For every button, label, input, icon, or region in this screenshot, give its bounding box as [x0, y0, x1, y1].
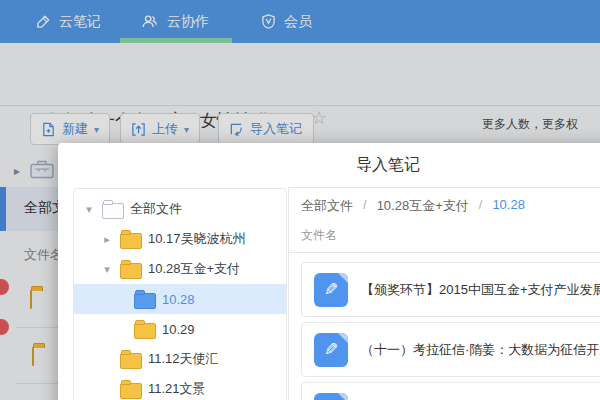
breadcrumb-item[interactable]: 10.28互金+支付 [377, 197, 469, 215]
folder-icon [134, 323, 156, 339]
tree-item-1029[interactable]: ▸ 10.29 [74, 314, 286, 344]
tree-item-1017[interactable]: ▸ 10.17吴晓波杭州 [74, 224, 286, 254]
panel-divider [289, 252, 600, 253]
breadcrumb-current[interactable]: 10.28 [492, 197, 525, 215]
note-icon: ✎ [314, 273, 348, 307]
dialog-title: 导入笔记 [58, 155, 600, 176]
tree-item-label: 10.28 [162, 292, 195, 307]
tree-item-label: 10.17吴晓波杭州 [148, 230, 246, 248]
breadcrumb-separator: / [479, 197, 483, 215]
caret-down-icon[interactable]: ▾ [82, 203, 96, 216]
tree-item-1028-group[interactable]: ▾ 10.28互金+支付 [74, 254, 286, 284]
pencil-icon: ✎ [324, 281, 338, 298]
tree-item-label: 11.21文景 [148, 380, 206, 398]
folder-icon [120, 383, 142, 399]
app-window: 云笔记 云协作 会员 如何打造一个有温度的女性社群 ☆ 更多人数 [0, 0, 600, 400]
tree-item-1112[interactable]: ▸ 11.12天使汇 [74, 344, 286, 374]
file-row[interactable]: ✎ （十）快钱·关国光：大数据时代，支付行业转型... [301, 382, 600, 400]
caret-right-icon[interactable]: ▸ [100, 233, 114, 246]
folder-icon [102, 203, 124, 219]
file-name: （十一）考拉征信·隋姜：大数据为征信开辟... [361, 341, 600, 359]
folder-icon [120, 263, 142, 279]
tree-item-label: 10.28互金+支付 [148, 260, 240, 278]
caret-down-icon[interactable]: ▾ [100, 263, 114, 276]
pencil-icon: ✎ [324, 341, 338, 358]
file-list-panel: 全部文件 / 10.28互金+支付 / 10.28 文件名 ✎ 【颁奖环节】20… [288, 187, 600, 400]
note-icon: ✎ [314, 393, 348, 400]
folder-icon [120, 233, 142, 249]
breadcrumb-item[interactable]: 全部文件 [301, 197, 353, 215]
breadcrumb: 全部文件 / 10.28互金+支付 / 10.28 [301, 197, 525, 215]
file-row[interactable]: ✎ 【颁奖环节】2015中国互金+支付产业发展... [301, 262, 600, 317]
file-cards: ✎ 【颁奖环节】2015中国互金+支付产业发展... ✎ （十一）考拉征信·隋姜… [301, 262, 600, 400]
tree-item-label: 全部文件 [130, 200, 182, 218]
note-icon: ✎ [314, 333, 348, 367]
tree-item-label: 10.29 [162, 322, 195, 337]
folder-icon [120, 353, 142, 369]
breadcrumb-separator: / [363, 197, 367, 215]
tree-item-1121[interactable]: ▸ 11.21文景 [74, 374, 286, 400]
tree-item-all-files[interactable]: ▾ 全部文件 [74, 194, 286, 224]
tree-item-label: 11.12天使汇 [148, 350, 219, 368]
folder-tree: ▾ 全部文件 ▸ 10.17吴晓波杭州 ▾ 10.28互金+支付 ▸ 10.28… [73, 188, 287, 400]
tree-item-1028[interactable]: ▸ 10.28 [74, 284, 286, 314]
file-name: 【颁奖环节】2015中国互金+支付产业发展... [361, 281, 600, 299]
folder-icon-selected [134, 293, 156, 309]
column-header-filename: 文件名 [301, 227, 337, 244]
file-row[interactable]: ✎ （十一）考拉征信·隋姜：大数据为征信开辟... [301, 322, 600, 377]
import-notes-dialog: 导入笔记 ▾ 全部文件 ▸ 10.17吴晓波杭州 ▾ 10.28互金+支付 ▸ … [58, 143, 600, 400]
